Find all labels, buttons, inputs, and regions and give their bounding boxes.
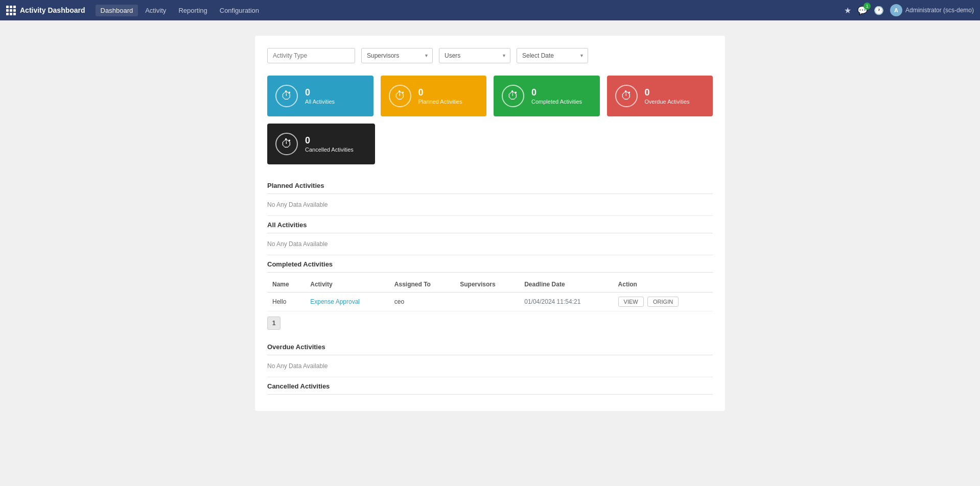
stat-card-overdue[interactable]: ⏱ 0 Overdue Activities [607,76,713,116]
overdue-activities-count: 0 [645,87,690,99]
origin-button[interactable]: ORIGIN [647,297,679,307]
table-row: Hello Expense Approval ceo 01/04/2024 11… [267,293,713,311]
completed-section-title: Completed Activities [267,255,713,273]
cancelled-row: ⏱ 0 Cancelled Activities [267,124,713,164]
supervisors-wrapper: Supervisors [361,48,433,63]
completed-activities-count: 0 [531,87,582,99]
grid-icon [6,6,16,15]
col-assigned: Assigned To [389,277,455,293]
clock-nav-icon[interactable]: 🕐 [874,6,884,15]
planned-activities-count: 0 [418,87,462,99]
col-supervisors: Supervisors [455,277,519,293]
date-select[interactable]: Select Date [517,48,588,63]
pagination: 1 [267,317,713,330]
all-section: All Activities No Any Data Available [267,216,713,255]
topnav-menu: Dashboard Activity Reporting Configurati… [96,5,844,16]
brand: Activity Dashboard [6,6,85,15]
nav-activity[interactable]: Activity [140,5,171,16]
row-supervisors [455,293,519,311]
completed-activities-icon: ⏱ [502,85,524,107]
all-activities-count: 0 [305,87,335,99]
date-wrapper: Select Date [517,48,588,63]
topnav: Activity Dashboard Dashboard Activity Re… [0,0,980,20]
cancelled-section: Cancelled Activities [267,377,713,395]
dashboard-card: Supervisors Users Select Date ⏱ [255,36,725,411]
all-activities-label: All Activities [305,99,335,105]
col-name: Name [267,277,305,293]
row-action: VIEW ORIGIN [613,293,713,311]
stat-cards-row1: ⏱ 0 All Activities ⏱ 0 Planned Activitie… [267,76,713,116]
overdue-section-title: Overdue Activities [267,338,713,355]
overdue-empty-text: No Any Data Available [267,359,713,377]
row-assigned: ceo [389,293,455,311]
cancelled-activities-count: 0 [305,135,354,147]
all-section-title: All Activities [267,216,713,233]
cancelled-section-title: Cancelled Activities [267,377,713,395]
notification-badge: 1 [864,3,871,10]
nav-reporting[interactable]: Reporting [173,5,212,16]
completed-table: Name Activity Assigned To Supervisors De… [267,277,713,311]
stat-card-cancelled[interactable]: ⏱ 0 Cancelled Activities [267,124,375,164]
cancelled-activities-label: Cancelled Activities [305,147,354,153]
stat-card-planned[interactable]: ⏱ 0 Planned Activities [381,76,487,116]
planned-activities-label: Planned Activities [418,99,462,105]
col-action: Action [613,277,713,293]
planned-empty-text: No Any Data Available [267,198,713,216]
users-wrapper: Users [439,48,510,63]
view-button[interactable]: VIEW [618,297,644,307]
supervisors-select[interactable]: Supervisors [361,48,433,63]
activity-type-input[interactable] [267,48,355,63]
chat-icon[interactable]: 💬 1 [857,6,868,15]
row-activity[interactable]: Expense Approval [305,293,389,311]
all-activities-icon: ⏱ [275,85,298,107]
nav-configuration[interactable]: Configuration [215,5,264,16]
all-empty-text: No Any Data Available [267,237,713,255]
row-name: Hello [267,293,305,311]
table-header-row: Name Activity Assigned To Supervisors De… [267,277,713,293]
topnav-right: ★ 💬 1 🕐 A Administrator (scs-demo) [844,4,974,16]
filters-row: Supervisors Users Select Date [267,48,713,63]
completed-section: Completed Activities Name Activity Assig… [267,255,713,330]
overdue-activities-icon: ⏱ [615,85,638,107]
col-deadline: Deadline Date [519,277,613,293]
brand-title: Activity Dashboard [20,6,85,14]
page-1-btn[interactable]: 1 [267,317,281,330]
overdue-section: Overdue Activities No Any Data Available [267,338,713,377]
stat-card-completed[interactable]: ⏱ 0 Completed Activities [494,76,600,116]
nav-dashboard[interactable]: Dashboard [96,5,138,16]
planned-section-title: Planned Activities [267,177,713,194]
user-menu[interactable]: A Administrator (scs-demo) [890,4,974,16]
row-deadline: 01/04/2024 11:54:21 [519,293,613,311]
planned-section: Planned Activities No Any Data Available [267,177,713,216]
user-label: Administrator (scs-demo) [905,7,974,14]
col-activity: Activity [305,277,389,293]
avatar: A [890,4,902,16]
main-content: Supervisors Users Select Date ⏱ [0,20,980,426]
completed-activities-label: Completed Activities [531,99,582,105]
cancelled-activities-icon: ⏱ [275,133,298,155]
users-select[interactable]: Users [439,48,510,63]
stat-card-all[interactable]: ⏱ 0 All Activities [267,76,374,116]
star-icon[interactable]: ★ [844,6,851,15]
planned-activities-icon: ⏱ [389,85,411,107]
overdue-activities-label: Overdue Activities [645,99,690,105]
